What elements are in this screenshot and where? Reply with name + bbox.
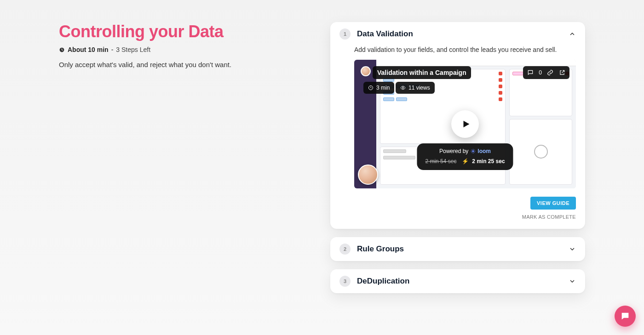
step-number-badge: 3 (339, 276, 351, 287)
presenter-avatar (358, 165, 378, 185)
svg-line-10 (472, 152, 472, 153)
step-header[interactable]: 1 Data Validation (330, 22, 585, 46)
chevron-up-icon (569, 30, 576, 38)
step-card-data-validation: 1 Data Validation Add validation to your… (330, 22, 585, 229)
link-icon[interactable] (546, 69, 554, 76)
video-title-pill: Validation within a Campaign (373, 66, 471, 79)
video-views-pill: 11 views (396, 82, 435, 94)
video-duration-text: 3 min (376, 85, 390, 91)
step-title: Rule Groups (357, 244, 569, 254)
svg-line-8 (472, 150, 472, 151)
comment-icon[interactable] (527, 69, 534, 76)
svg-point-2 (402, 87, 404, 89)
step-header[interactable]: 2 Rule Groups (330, 237, 585, 261)
step-header[interactable]: 3 DeDuplication (330, 269, 585, 293)
presenter-avatar-small (361, 66, 371, 76)
bolt-icon: ⚡ (462, 158, 469, 165)
page-meta: About 10 min - 3 Steps Left (59, 46, 270, 53)
mark-complete-button[interactable]: MARK AS COMPLETE (522, 214, 576, 220)
old-time-text: 2 min 54 sec (425, 158, 456, 165)
step-card-rule-groups: 2 Rule Groups (330, 237, 585, 261)
steps-left-text: 3 Steps Left (116, 46, 150, 53)
chat-fab[interactable] (615, 306, 636, 327)
svg-line-11 (474, 150, 475, 151)
step-subtitle: Add validation to your fields, and contr… (354, 46, 576, 53)
step-number-badge: 1 (339, 28, 351, 40)
view-guide-button[interactable]: VIEW GUIDE (530, 197, 576, 210)
external-link-icon[interactable] (558, 69, 566, 76)
svg-point-3 (472, 150, 474, 152)
page-title: Controlling your Data (59, 22, 270, 41)
video-views-text: 11 views (408, 85, 430, 91)
step-title: DeDuplication (357, 277, 569, 286)
step-number-badge: 2 (339, 244, 351, 255)
step-title: Data Validation (357, 29, 569, 39)
loom-brand-text: loom (477, 148, 491, 154)
meta-separator: - (111, 46, 114, 53)
new-time-text: 2 min 25 sec (472, 158, 505, 165)
video-duration-pill: 3 min (363, 82, 394, 94)
powered-by-text: Powered by (439, 148, 468, 154)
loom-powered-popup: Powered by loom 2 min 54 sec ⚡ 2 min 25 … (417, 143, 513, 170)
chevron-down-icon (569, 245, 576, 253)
video-player[interactable]: Validation within a Campaign 3 min 11 vi… (354, 60, 576, 188)
video-top-right-controls: 0 (523, 66, 569, 79)
play-button[interactable] (451, 110, 479, 138)
svg-line-9 (474, 152, 475, 153)
chevron-down-icon (569, 278, 576, 285)
intro-text: Only accept what's valid, and reject wha… (59, 61, 270, 68)
step-card-deduplication: 3 DeDuplication (330, 269, 585, 293)
clock-icon (59, 47, 65, 53)
comment-count: 0 (539, 69, 542, 76)
duration-text: About 10 min (68, 46, 109, 53)
loom-logo-icon (470, 148, 476, 154)
